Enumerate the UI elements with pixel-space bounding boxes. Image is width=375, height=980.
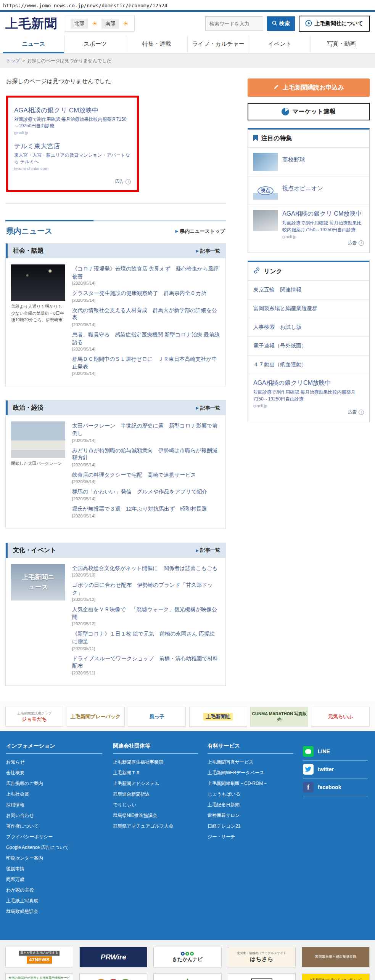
footer-link[interactable]: じょうもばいる xyxy=(208,791,303,797)
article-link[interactable]: 《コロナ現場発》苦境の飲食店 先見えず 疑心暗鬼から風評被害 xyxy=(72,266,219,279)
partner-logo-jomodachi[interactable]: 上毛新聞愛読者クラブジョモだち xyxy=(5,707,63,727)
ad-info-icon[interactable]: i xyxy=(126,179,131,184)
article-link[interactable]: 群馬の「かわいい」発信 グルメや作品をアプリで紹介 xyxy=(72,488,208,495)
about-company-button[interactable]: 上毛新聞社について xyxy=(299,16,370,32)
sidebar-link[interactable]: ４７動画（紙面連動） xyxy=(248,355,369,374)
sidebar-link[interactable]: 東京五輪 関連情報 xyxy=(248,281,369,299)
footer-link[interactable]: Google Adsence 広告について xyxy=(6,844,113,851)
ad-title[interactable]: AGA相談の銀クリCM放映中 xyxy=(253,379,364,387)
article-link[interactable]: 群馬ＤＣ期間中のＳＬ運行ゼロに ＪＲ東日本高崎支社が中止発表 xyxy=(72,356,217,370)
partner-logo-genki-life[interactable]: 元気らいふ xyxy=(312,707,370,727)
footer-link[interactable]: 上毛新聞写真サービス xyxy=(208,759,303,765)
ad-title[interactable]: AGA相談の銀クリ CM放映中 xyxy=(14,106,131,115)
article-link[interactable]: 患者、職員守る 感染症指定医療機関 新型コロナ治療 最前線語る xyxy=(72,331,220,345)
article-link[interactable]: 人気企画をＶＲ映像で 「廃墟ウォーク」観光機構が映像公開 xyxy=(72,606,217,620)
article-link[interactable]: ドライブスルーでワークショップ 前橋・清心幼稚園で材料配布 xyxy=(72,655,218,669)
social-twitter-link[interactable]: twitter xyxy=(303,761,368,778)
footer-link[interactable]: 広告掲載のご案内 xyxy=(6,780,113,787)
footer-link[interactable]: 群馬県NIE推進協議会 xyxy=(113,812,208,819)
ad-choices[interactable]: 広告 i xyxy=(253,239,364,248)
tab-photo-video[interactable]: 写真・動画 xyxy=(311,35,372,53)
article-link[interactable]: 次代の情報社会支える人材育成 群馬大が新学部の詳細を公表 xyxy=(72,307,217,321)
site-logo[interactable]: 上毛新聞 xyxy=(5,15,57,32)
footer-link[interactable]: ジー・サーチ xyxy=(208,834,303,840)
footer-link[interactable]: プライバシーポリシー xyxy=(6,834,113,840)
article-list-link[interactable]: ▶ 記事一覧 xyxy=(196,547,220,554)
tab-life-culture[interactable]: ライフ・カルチャー xyxy=(187,35,249,53)
sidebar-link[interactable]: 人事検索 お試し版 xyxy=(248,318,369,337)
article-link[interactable]: 《新型コロナ》１日１枚 絵で元気 前橋の永岡さん 応援絵に贈呈 xyxy=(72,631,215,644)
tab-events[interactable]: イベント xyxy=(249,35,310,53)
footer-link[interactable]: 採用情報 xyxy=(6,802,113,808)
footer-link[interactable]: 著作権について xyxy=(6,823,113,829)
footer-link[interactable]: 上毛新聞ＴＲ xyxy=(113,770,208,776)
footer-link[interactable]: 同窓万歳 xyxy=(6,876,113,883)
text-ad[interactable]: AGA相談の銀クリ CM放映中 対面診療で副作用確認 毎月治療効果比較内服薬月7… xyxy=(14,106,131,135)
breadcrumb-home-link[interactable]: トップ xyxy=(6,58,20,63)
ad-choices[interactable]: 広告 i xyxy=(14,178,131,186)
footer-link[interactable]: 群馬政経懇話会 xyxy=(6,908,113,915)
footer-link[interactable]: 上毛新聞縮刷版－CD-ROM－ xyxy=(208,780,303,787)
ad-title[interactable]: AGA相談の銀クリ CM放映中 xyxy=(282,210,364,218)
footer-link[interactable]: 上毛新聞厚生福祉事業団 xyxy=(113,759,208,765)
article-link[interactable]: 堀氏が無投票で３選 12年ぶり対抗馬出ず 昭和村長選 xyxy=(72,506,207,512)
partner-logo-gunma-marathon[interactable]: GUNMA MARATHON 写真販売 xyxy=(250,707,308,727)
footer-link[interactable]: 後援申請 xyxy=(6,866,113,872)
footer-link[interactable]: 上毛新聞アドシステム xyxy=(113,780,208,787)
article-link[interactable]: 全国高校総合文化祭がネット開催に 関係者は悲喜こもごも xyxy=(72,565,217,571)
footer-link[interactable]: 群馬連合新聞折込 xyxy=(113,791,208,797)
sidebar-ad[interactable]: AGA相談の銀クリCM放映中 対面診療で副作用確認 毎月治療効果比較内服薬月71… xyxy=(248,374,369,422)
footer-link[interactable]: 上毛社会賞 xyxy=(6,791,113,797)
banner-kitakan-navi[interactable]: きたかんナビ xyxy=(153,947,221,967)
market-report-button[interactable]: マーケット速報 xyxy=(248,103,370,120)
banner-harebutai[interactable]: 上毛新聞社のクラウドファンディングハレブタイ xyxy=(302,974,370,980)
banner-47news[interactable]: 日本が見える 地方が見える47NEWS xyxy=(5,947,73,967)
partner-logo-jomo-shimbunsha[interactable]: 上毛新聞社 xyxy=(189,707,247,727)
article-thumbnail[interactable]: 上毛新聞ニュース xyxy=(11,564,65,600)
banner-47-gyosei-journal[interactable]: 全国の新聞社が運営する行政専門情報サービス47行政ジャーナル xyxy=(5,974,73,980)
ad-info-icon[interactable]: i xyxy=(359,240,364,246)
footer-link[interactable]: 会社概要 xyxy=(6,770,113,776)
footer-link[interactable]: お問い合わせ xyxy=(6,812,113,819)
footer-link[interactable]: 群馬県アマチュアゴルフ大会 xyxy=(113,823,208,829)
kennai-top-link[interactable]: ▶ 県内ニューストップ xyxy=(175,228,225,235)
ad-title[interactable]: テルミ東大宮店 xyxy=(14,142,131,151)
banner-yell[interactable]: ▲ yell xyxy=(153,974,221,980)
banner-gourmet[interactable] xyxy=(79,974,147,980)
partner-logo-playback[interactable]: 上毛新聞プレーバック xyxy=(67,707,125,727)
footer-link[interactable]: 印刷センター案内 xyxy=(6,855,113,862)
tab-features[interactable]: 特集・連載 xyxy=(126,35,187,53)
tab-sports[interactable]: スポーツ xyxy=(64,35,126,53)
banner-prwire[interactable]: PRWire xyxy=(79,947,147,967)
article-link[interactable]: 太田パークレーン 半世紀の歴史に幕 新型コロナ影響で前倒し xyxy=(72,423,217,436)
footer-link[interactable]: お知らせ xyxy=(6,759,113,765)
subscribe-button[interactable]: 上毛新聞購読お申込み xyxy=(248,78,370,97)
article-link[interactable]: ゴボウの日に合わせ配布 伊勢崎のブランド「甘久郎ドック」 xyxy=(72,582,213,596)
social-facebook-link[interactable]: f facebook xyxy=(303,778,368,796)
article-link[interactable]: 飲食店の料理タクシーで宅配 高崎で連携サービス xyxy=(72,472,196,478)
article-list-link[interactable]: ▶ 記事一覧 xyxy=(196,248,220,255)
sidebar-link[interactable]: 電子速報（号外紙面） xyxy=(248,337,369,355)
ad-info-icon[interactable]: i xyxy=(359,410,364,415)
article-thumbnail[interactable] xyxy=(11,421,65,458)
footer-link[interactable]: 上毛新聞WEBデータベース xyxy=(208,770,303,776)
article-link[interactable]: みどり市が特別職の給与減額意向 伊勢崎は市職らが報酬減額方針 xyxy=(72,447,217,461)
footer-link[interactable]: 日経テレコン21 xyxy=(208,823,303,829)
search-input[interactable] xyxy=(205,16,263,31)
search-button[interactable]: 検索 xyxy=(267,16,295,31)
article-thumbnail[interactable] xyxy=(11,264,65,301)
featured-item-shiten-opinion[interactable]: 視点 視点オピニオン xyxy=(248,176,369,205)
footer-link[interactable]: 雷神囲碁サロン xyxy=(208,812,303,819)
footer-link[interactable]: わが家の主役 xyxy=(6,887,113,894)
footer-link[interactable]: 上毛紙上写真展 xyxy=(6,898,113,904)
banner-tomioka-silk-mill[interactable]: 富岡製糸場と絹産業遺産群 xyxy=(302,947,370,967)
sidebar-link[interactable]: 富岡製糸場と絹産業遺産群 xyxy=(248,299,369,318)
tab-news[interactable]: ニュース xyxy=(3,35,64,53)
social-line-link[interactable]: LINE xyxy=(303,743,368,761)
text-ad[interactable]: テルミ東大宮店 東大宮・大宮・蕨エリアの賃貸マンション・アパートなら テルミへ … xyxy=(14,142,131,171)
banner-hachisara[interactable]: 北関東・信越の口コミグルメサイトはちさら xyxy=(228,947,296,967)
article-list-link[interactable]: ▶ 記事一覧 xyxy=(196,405,220,412)
footer-link[interactable]: でりじぃい xyxy=(113,802,208,808)
ad-choices[interactable]: 広告 i xyxy=(253,408,364,417)
sidebar-ad[interactable]: AGA相談の銀クリ CM放映中 対面診療で副作用確認 毎月治療効果比較内服薬月7… xyxy=(248,205,369,253)
